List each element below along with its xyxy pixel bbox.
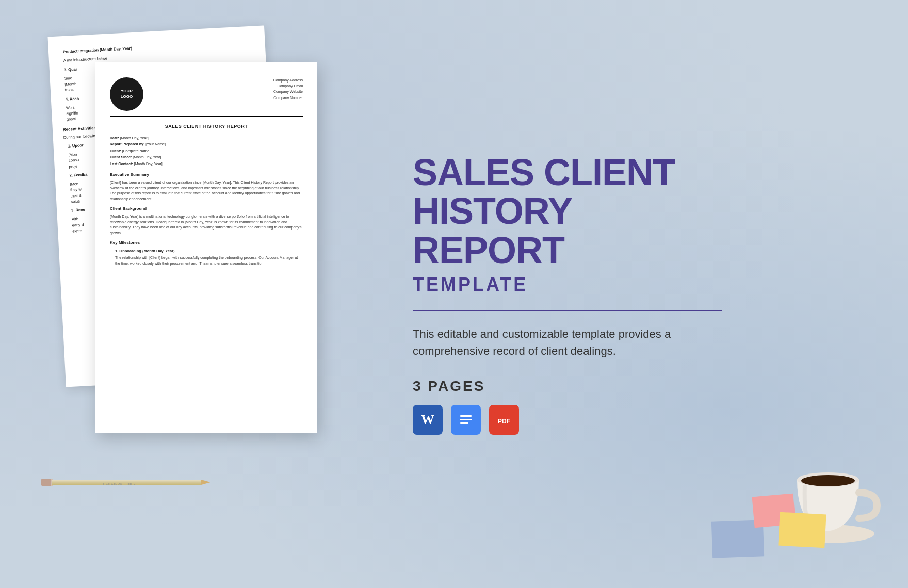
client-since-value: [Month Day, Year]: [133, 155, 161, 159]
back-item3-heading: 3. Quar: [64, 67, 77, 72]
logo-line2: LOGO: [121, 94, 133, 100]
left-section: Product Integration (Month Day, Year) A …: [0, 0, 351, 588]
pencil-label: PENCILUS · HB 2: [103, 482, 136, 485]
date-label: Date:: [110, 136, 119, 140]
back-item4-heading: 4. Acco: [66, 96, 79, 101]
milestone-1: 1. Onboarding (Month Day, Year) The rela…: [115, 248, 303, 266]
client-bg-heading: Client Background: [110, 206, 303, 212]
company-address: Company Address: [273, 77, 303, 83]
pencil-decoration: PENCILUS · HB 2: [41, 478, 217, 487]
key-milestones-heading: Key Milestones: [110, 240, 303, 246]
prepared-value: [Your Name]: [145, 142, 166, 146]
client-label: Client:: [110, 149, 121, 153]
main-title-line2: HISTORY: [413, 192, 722, 231]
pencil-tip: [201, 480, 210, 485]
google-docs-icon-svg: [456, 410, 476, 430]
description-text: This editable and customizable template …: [413, 325, 722, 360]
pdf-icon: PDF: [489, 405, 519, 435]
date-value: [Month Day, Year]: [120, 136, 148, 140]
company-email: Company Email: [273, 83, 303, 89]
last-contact-value: [Month Day, Year]: [134, 162, 163, 166]
last-contact-label: Last Contact:: [110, 162, 133, 166]
recent-item2-heading: 2. Feedba: [69, 172, 87, 178]
subtitle: TEMPLATE: [413, 274, 722, 296]
svg-rect-5: [460, 422, 468, 424]
company-info: Company Address Company Email Company We…: [273, 77, 303, 101]
format-icons: W PDF: [413, 405, 722, 435]
recent-item1-heading: 1. Upcor: [68, 143, 83, 149]
main-title-line3: REPORT: [413, 231, 722, 270]
company-logo: YOUR LOGO: [110, 77, 143, 111]
milestone-1-text: The relationship with [Client] began wit…: [115, 255, 303, 266]
company-number: Company Number: [273, 95, 303, 101]
logo-line1: YOUR: [121, 89, 133, 94]
svg-rect-4: [460, 419, 472, 420]
milestone-1-number: 1.: [115, 249, 118, 253]
word-icon: W: [413, 405, 443, 435]
client-value: [Complete Name]: [122, 149, 150, 153]
milestone-1-heading: Onboarding (Month Day, Year): [119, 249, 174, 253]
google-docs-icon: [451, 405, 481, 435]
report-title: SALES CLIENT HISTORY REPORT: [110, 123, 303, 130]
recent-item3-heading: 3. Rene: [71, 207, 85, 213]
report-meta: Date: [Month Day, Year] Report Prepared …: [110, 136, 303, 167]
exec-summary-text: [Client] has been a valued client of our…: [110, 180, 303, 202]
svg-text:W: W: [421, 413, 434, 428]
exec-summary-heading: Executive Summary: [110, 172, 303, 178]
word-icon-svg: W: [418, 410, 437, 430]
pdf-icon-svg: PDF: [494, 410, 514, 430]
main-title-line1: SALES CLIENT: [413, 153, 722, 192]
main-title: SALES CLIENT HISTORY REPORT: [413, 153, 722, 270]
svg-rect-3: [460, 415, 472, 417]
svg-point-10: [801, 475, 855, 486]
pages-label: 3 PAGES: [413, 378, 722, 395]
milestone-1-title: 1. Onboarding (Month Day, Year): [115, 248, 303, 254]
back-item2-heading: Product Integration (Month Day, Year): [63, 46, 132, 54]
sticky-note-yellow: [778, 512, 826, 548]
prepared-label: Report Prepared by:: [110, 142, 144, 146]
doc-header: YOUR LOGO Company Address Company Email …: [110, 77, 303, 117]
title-divider: [413, 310, 722, 311]
document-front: YOUR LOGO Company Address Company Email …: [95, 62, 317, 433]
pencil-body: PENCILUS · HB 2: [52, 480, 201, 485]
client-bg-text: [Month Day, Year] is a multinational tec…: [110, 214, 303, 236]
svg-text:PDF: PDF: [498, 418, 510, 425]
right-content: SALES CLIENT HISTORY REPORT TEMPLATE Thi…: [413, 153, 722, 435]
client-since-label: Client Since:: [110, 155, 132, 159]
company-website: Company Website: [273, 89, 303, 94]
